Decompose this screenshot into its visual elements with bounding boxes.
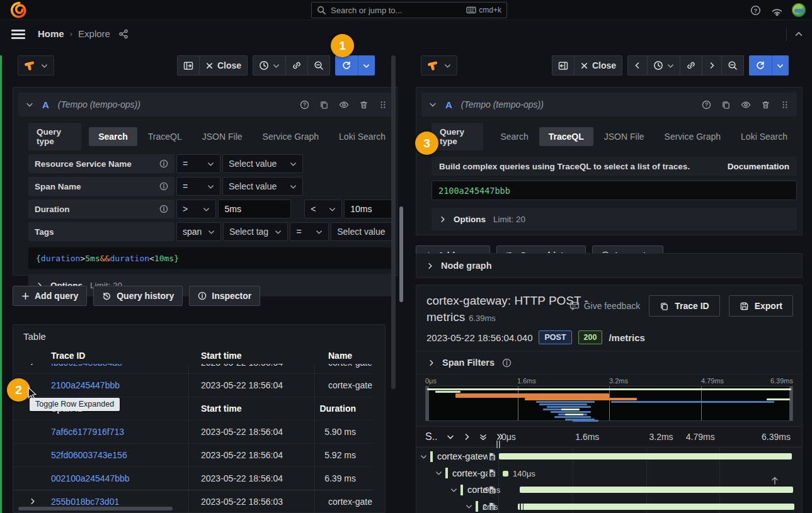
tags-value-select[interactable]: Select value <box>331 222 395 241</box>
inspector-button[interactable]: Inspector <box>189 286 260 306</box>
breadcrumb-explore[interactable]: Explore <box>78 28 110 39</box>
tab-service-graph[interactable]: Service Graph <box>253 127 328 146</box>
run-query-interval-button[interactable] <box>358 55 375 76</box>
trace-id-button[interactable]: Trace ID <box>649 295 719 317</box>
copy-link-button[interactable] <box>286 55 308 76</box>
grafana-logo[interactable] <box>10 2 26 18</box>
run-query-button[interactable] <box>335 55 358 76</box>
remove-query-icon[interactable] <box>359 100 369 110</box>
column-resize-handle[interactable] <box>496 441 501 448</box>
right-datasource-picker[interactable] <box>421 55 457 76</box>
query-history-button[interactable]: Query history <box>93 286 183 306</box>
span-value-select[interactable]: Select value <box>222 177 303 196</box>
global-search-input[interactable]: Search or jump to... cmd+k <box>311 2 507 18</box>
drag-handle-icon[interactable] <box>379 100 387 110</box>
span-bar[interactable] <box>520 487 793 493</box>
rsn-operator-select[interactable]: = <box>176 154 220 173</box>
minimap-left-handle[interactable] <box>426 386 429 420</box>
query-row-header[interactable]: A (Tempo (tempo-ops)) <box>421 93 797 116</box>
time-picker-button[interactable] <box>648 55 680 76</box>
duration-max-operator-select[interactable]: < <box>304 200 342 218</box>
expand-one-icon[interactable] <box>463 433 471 441</box>
expand-row-icon[interactable] <box>13 364 51 368</box>
documentation-link[interactable]: Documentation <box>728 162 789 171</box>
span-row[interactable]: 002100a245447bbb 2023-05-22 18:56:04 6.3… <box>13 466 372 490</box>
tab-traceql[interactable]: TraceQL <box>539 127 593 146</box>
pane-scrollbar[interactable] <box>391 55 396 389</box>
span-row[interactable]: 52fd06003743e156 2023-05-22 18:56:04 5.9… <box>13 443 372 466</box>
trace-id-link[interactable]: 2100a245447bbb <box>51 380 188 390</box>
copy-link-button[interactable] <box>680 55 702 76</box>
drag-handle-icon[interactable] <box>781 100 789 110</box>
news-rss-icon[interactable] <box>771 5 782 16</box>
zoom-out-button[interactable] <box>308 55 330 76</box>
tab-loki-search[interactable]: Loki Search <box>731 127 797 146</box>
tags-scope-select[interactable]: span <box>176 222 221 241</box>
time-picker-button[interactable] <box>253 55 286 76</box>
collapse-header-icon[interactable] <box>794 30 803 38</box>
span-row[interactable]: cortex-ga140μs <box>416 465 802 482</box>
span-dot[interactable] <box>503 471 508 476</box>
span-row[interactable]: 7af6c6177916f713 2023-05-22 18:56:04 5.9… <box>13 420 372 443</box>
collapse-query-icon[interactable] <box>429 101 437 108</box>
left-datasource-picker[interactable] <box>18 55 54 76</box>
tab-loki-search[interactable]: Loki Search <box>329 127 395 146</box>
chevron-down-icon[interactable] <box>447 433 454 441</box>
span-row[interactable]: co2ms <box>416 499 802 513</box>
share-icon[interactable] <box>118 29 129 39</box>
give-feedback-link[interactable]: Give feedback <box>569 301 641 311</box>
span-row[interactable]: cortex-gatew <box>416 448 802 465</box>
tab-json-file[interactable]: JSON File <box>193 127 252 146</box>
duplicate-query-icon[interactable] <box>721 100 731 110</box>
collapse-span-icon[interactable] <box>450 487 457 493</box>
tab-search[interactable]: Search <box>491 127 537 146</box>
page-scrollbar[interactable] <box>399 206 403 302</box>
options-row[interactable]: Options Limit: 20 <box>432 208 797 230</box>
collapse-all-icon[interactable] <box>479 433 487 441</box>
duration-max-input[interactable]: 10ms <box>344 200 395 218</box>
zoom-out-button[interactable] <box>722 55 744 76</box>
tab-service-graph[interactable]: Service Graph <box>655 127 730 146</box>
run-query-button[interactable] <box>749 55 772 76</box>
time-shift-forward-button[interactable] <box>702 55 722 76</box>
collapse-query-icon[interactable] <box>26 101 33 108</box>
remove-query-icon[interactable] <box>761 100 770 110</box>
tab-json-file[interactable]: JSON File <box>595 127 654 146</box>
close-split-right-button[interactable] <box>552 55 575 76</box>
disable-query-icon[interactable] <box>741 100 751 110</box>
query-help-icon[interactable] <box>702 100 711 110</box>
trace-id-link[interactable]: 255b018bc73d01 <box>51 497 188 507</box>
close-pane-button[interactable]: Close <box>575 55 622 76</box>
add-query-button[interactable]: Add query <box>13 286 87 306</box>
export-button[interactable]: Export <box>729 295 793 317</box>
trace-minimap[interactable] <box>425 386 793 421</box>
user-avatar[interactable] <box>792 3 806 17</box>
minimap-right-handle[interactable] <box>789 386 792 420</box>
span-id-link[interactable]: 7af6c6177916f713 <box>51 427 188 437</box>
tab-search[interactable]: Search <box>89 127 137 146</box>
duration-min-input[interactable]: 5ms <box>218 200 291 218</box>
help-icon[interactable] <box>750 5 761 16</box>
span-bar[interactable] <box>499 453 792 459</box>
run-query-interval-button[interactable] <box>772 55 789 76</box>
span-id-link[interactable]: 52fd06003743e156 <box>51 450 188 460</box>
trace-id-link[interactable]: fbd0629486b84a8 <box>51 364 188 368</box>
table-row-expanded[interactable]: 2100a245447bbb 2023-05-22 18:56:04 corte… <box>13 373 372 397</box>
breadcrumb-home[interactable]: Home <box>38 28 64 39</box>
duplicate-query-icon[interactable] <box>319 100 329 110</box>
tab-traceql[interactable]: TraceQL <box>139 127 192 146</box>
close-split-left-button[interactable] <box>177 55 200 76</box>
expand-row-icon[interactable] <box>13 497 51 507</box>
scroll-to-top-icon[interactable] <box>770 476 780 486</box>
tags-tag-select[interactable]: Select tag <box>223 222 289 241</box>
table-horizontal-scrollbar[interactable] <box>18 507 173 510</box>
span-filters-section[interactable]: Span Filters <box>416 351 802 375</box>
log-icon[interactable] <box>488 452 497 461</box>
menu-toggle-icon[interactable] <box>11 30 25 39</box>
span-bar[interactable] <box>518 504 794 510</box>
node-graph-panel[interactable]: Node graph <box>416 253 803 278</box>
span-row[interactable]: cortex.9ms <box>416 482 802 499</box>
collapse-span-icon[interactable] <box>435 470 442 476</box>
collapse-span-icon[interactable] <box>420 453 427 460</box>
log-icon[interactable] <box>488 468 497 478</box>
